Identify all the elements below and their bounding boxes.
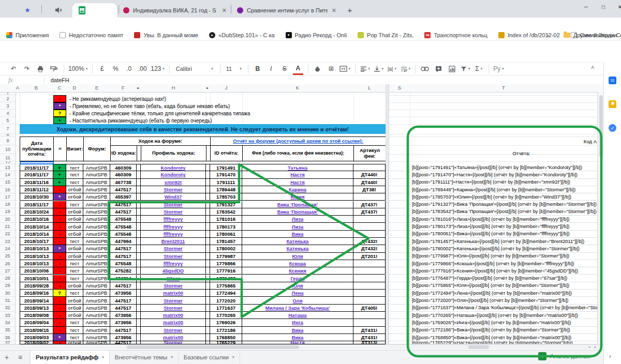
fairy-link[interactable]: Юля bbox=[292, 283, 303, 289]
cell-forum[interactable]: AmurSPB bbox=[83, 297, 110, 304]
cell-visit[interactable]: отбой bbox=[66, 305, 83, 312]
column-header-E[interactable]: E bbox=[95, 85, 98, 90]
cell-report-id[interactable]: 1772186 bbox=[210, 327, 242, 334]
cell-date[interactable]: 2018/09/14 bbox=[20, 297, 53, 304]
cell-walker-id[interactable]: 447517 bbox=[110, 327, 137, 334]
cell-sku[interactable]: ДТ440! bbox=[353, 179, 386, 186]
cell-a[interactable] bbox=[16, 305, 20, 312]
keep-icon[interactable] bbox=[609, 100, 616, 108]
cell-sku[interactable] bbox=[353, 312, 386, 319]
active-tab-sheets[interactable] bbox=[72, 3, 117, 18]
cell-report-id[interactable]: 1785703 bbox=[210, 193, 242, 201]
row-number[interactable]: 24 bbox=[0, 245, 16, 252]
cell-fairy[interactable]: Наташа bbox=[242, 312, 353, 319]
cell-code[interactable]: [b][post="1779866"]«Ксюша»[/post][/b] (о… bbox=[410, 260, 598, 267]
cell-mark[interactable]: - bbox=[53, 267, 66, 275]
cell-mark[interactable]: * bbox=[53, 334, 66, 341]
insert-link-icon[interactable] bbox=[420, 64, 430, 74]
row-number[interactable]: 5 bbox=[0, 117, 16, 124]
cell-date[interactable]: 2018/09/13 bbox=[20, 305, 53, 312]
column-header-D[interactable]: D bbox=[73, 85, 77, 90]
cell-date[interactable]: 2018/10/13 bbox=[20, 245, 53, 252]
cell-code[interactable]: [b][post="1777916"]«Ксения»[/post][/b] (… bbox=[410, 267, 598, 275]
vertical-scrollbar[interactable]: ▲ ▼ bbox=[598, 92, 603, 344]
profile-link[interactable]: 45gsdDD bbox=[162, 268, 184, 274]
window-maximize-button[interactable]: □ bbox=[596, 1, 611, 12]
cell-s[interactable] bbox=[389, 334, 410, 341]
cell-a[interactable] bbox=[16, 186, 20, 193]
cell-a[interactable] bbox=[16, 231, 20, 238]
cell-sku[interactable] bbox=[353, 297, 386, 304]
cell-profile[interactable]: Stormer bbox=[141, 186, 206, 193]
cell-mark[interactable]: - bbox=[53, 223, 66, 230]
cell-visit[interactable]: отбой bbox=[66, 208, 83, 216]
cell-walker-id[interactable]: 460309 bbox=[110, 171, 137, 178]
cell-date[interactable]: 2018/11/12 bbox=[20, 186, 53, 193]
cell-visit[interactable]: тест bbox=[66, 290, 83, 297]
panel-collapse-icon[interactable]: › bbox=[609, 353, 611, 360]
cell-a[interactable] bbox=[16, 223, 20, 230]
cell-a[interactable] bbox=[16, 171, 20, 178]
cell-a[interactable] bbox=[16, 253, 20, 260]
cell-a[interactable] bbox=[16, 201, 20, 208]
cell-date[interactable]: 2018/11/17 bbox=[20, 164, 53, 171]
cell-date[interactable]: 2018/11/17 bbox=[20, 171, 53, 178]
functions-icon[interactable]: Σ▾ bbox=[474, 64, 484, 74]
cell-report-id[interactable]: 1780002 bbox=[210, 245, 242, 252]
cell-fairy[interactable]: Вика bbox=[242, 327, 353, 334]
other-bookmarks-label[interactable]: Другие закладки bbox=[573, 32, 617, 38]
fairy-link[interactable]: Лиза bbox=[292, 224, 303, 230]
row-number[interactable]: 11 bbox=[0, 154, 16, 161]
cell-sku[interactable] bbox=[353, 275, 386, 282]
bookmark-item[interactable]: ▸«DubStep.101» - С ка bbox=[209, 32, 274, 38]
row-number[interactable]: 25 bbox=[0, 253, 16, 260]
row-number[interactable]: 20 bbox=[0, 216, 16, 223]
zoom-select[interactable]: 100%▾ bbox=[68, 64, 87, 74]
cell-walker-id[interactable]: 447517 bbox=[110, 201, 137, 208]
cell-visit[interactable]: отбой bbox=[66, 193, 83, 201]
cell-a[interactable] bbox=[16, 164, 20, 171]
legend-mark-cell[interactable]: ? bbox=[53, 110, 66, 117]
cell-walker-id[interactable]: 475548 bbox=[110, 231, 137, 238]
cell-code[interactable]: [b][post="1771637"]«Милана / Зара 'Кобыл… bbox=[410, 305, 598, 312]
cell-date[interactable]: 2018/09/04 bbox=[20, 319, 53, 326]
row-number[interactable]: 2 bbox=[0, 95, 16, 102]
row-number[interactable]: 7 bbox=[0, 124, 16, 134]
fairy-link[interactable]: Вика bbox=[292, 327, 304, 333]
cell-report-id[interactable]: 1791491 bbox=[210, 164, 242, 171]
profile-link[interactable]: Brent2011 bbox=[161, 238, 185, 244]
cell-fairy[interactable]: Ксюша bbox=[242, 260, 353, 267]
cell-s[interactable] bbox=[389, 312, 410, 319]
cell-code[interactable]: [b][post="1780173"]«Лиза»[/post][/b] (от… bbox=[410, 223, 598, 230]
cell-visit[interactable]: тест bbox=[66, 179, 83, 186]
cell-profile[interactable]: Stormer bbox=[141, 201, 206, 208]
cell-fairy[interactable]: Лена bbox=[242, 290, 353, 297]
cell-report-id[interactable]: 1791470 bbox=[210, 171, 242, 178]
profile-link[interactable]: ffffreyyy bbox=[164, 224, 183, 230]
column-header-A[interactable]: A bbox=[16, 85, 19, 90]
cell-date[interactable]: 2018/10/01 bbox=[20, 275, 53, 282]
profile-link[interactable]: 67sar bbox=[167, 276, 180, 281]
pinned-tab-star[interactable]: ★ bbox=[21, 4, 34, 16]
cell-visit[interactable]: тест bbox=[66, 327, 83, 334]
column-header-J[interactable]: J bbox=[225, 85, 228, 90]
row-number[interactable]: 15 bbox=[0, 179, 16, 186]
cell-sku[interactable]: ДТ437! bbox=[353, 201, 386, 208]
fairy-link[interactable]: Лиза bbox=[292, 216, 303, 222]
cell-s[interactable] bbox=[389, 282, 410, 290]
cell-walker-id[interactable]: 467738 bbox=[110, 179, 137, 186]
header-walker-group[interactable]: Ходок на форуме: bbox=[110, 136, 211, 146]
cell-walker-id[interactable]: 473956 bbox=[110, 312, 137, 319]
cell-sku[interactable]: ДТ38! bbox=[353, 186, 386, 193]
cell-forum[interactable]: AmurSPB bbox=[83, 334, 110, 341]
profile-link[interactable]: Stormer bbox=[164, 202, 182, 207]
row-number[interactable]: 35 bbox=[0, 327, 16, 334]
cell-sku[interactable]: ДТ437! bbox=[353, 208, 386, 216]
cell-sku[interactable]: ДТ432! bbox=[353, 245, 386, 252]
cell-mark[interactable]: - bbox=[53, 319, 66, 326]
cell-code[interactable]: [b][post="1780061"]«Вика»[/post][/b] (от… bbox=[410, 231, 598, 238]
cell-mark[interactable]: + bbox=[53, 164, 66, 171]
cell-visit[interactable]: тест bbox=[66, 260, 83, 267]
cell-s[interactable] bbox=[389, 201, 410, 208]
horizontal-scrollbar-thumb[interactable] bbox=[127, 345, 299, 349]
